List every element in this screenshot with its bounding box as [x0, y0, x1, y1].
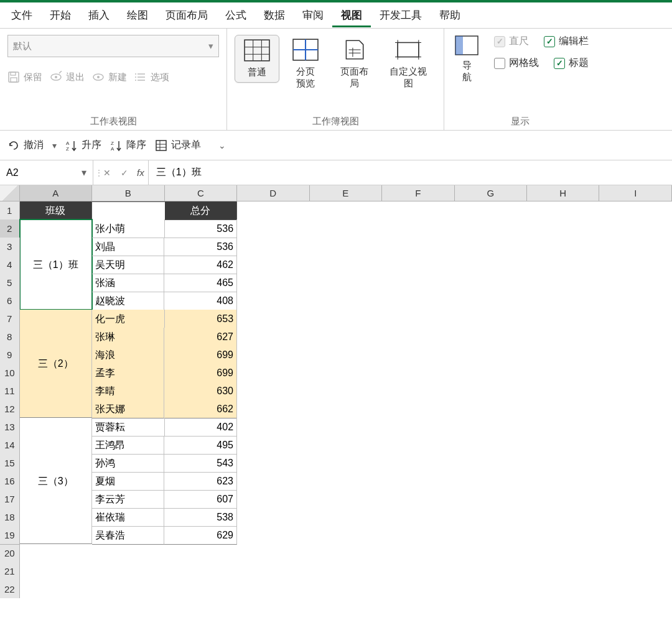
name-cell[interactable]: 张琳	[92, 328, 165, 346]
sheet-view-options-button[interactable]: 选项	[134, 71, 169, 83]
score-cell[interactable]: 653	[165, 310, 238, 328]
menu-data[interactable]: 数据	[255, 3, 294, 27]
sort-asc-button[interactable]: AZ 升序	[65, 139, 101, 152]
name-cell[interactable]: 孙鸿	[92, 454, 165, 473]
score-cell[interactable]: 662	[164, 400, 237, 418]
sheet-view-dropdown[interactable]: 默认 ▾	[7, 35, 219, 57]
row-header-15[interactable]: 15	[0, 454, 20, 473]
name-cell[interactable]: 贾蓉耘	[92, 418, 165, 437]
name-cell[interactable]: 海浪	[92, 346, 165, 364]
formula-input[interactable]: 三（1）班	[148, 160, 672, 185]
row-header-4[interactable]: 4	[0, 256, 20, 274]
name-cell[interactable]: 吴天明	[92, 256, 165, 274]
formula-cancel-button[interactable]: ✕	[98, 160, 116, 185]
menu-draw[interactable]: 绘图	[118, 3, 157, 27]
row-header-21[interactable]: 21	[0, 562, 20, 581]
score-cell[interactable]: 623	[164, 472, 237, 491]
row-header-13[interactable]: 13	[0, 418, 20, 437]
row-header-1[interactable]: 1	[0, 201, 20, 220]
score-cell[interactable]: 536	[165, 219, 238, 238]
row-header-11[interactable]: 11	[0, 382, 20, 400]
spreadsheet-grid[interactable]: ABCDEFGHI 1班级总分2三（1）班张小萌5363刘晶5364吴天明462…	[0, 185, 672, 598]
score-cell[interactable]: 538	[164, 508, 237, 527]
name-cell[interactable]: 李云芳	[92, 490, 165, 509]
name-cell[interactable]: 李晴	[92, 382, 165, 400]
menu-help[interactable]: 帮助	[431, 3, 469, 27]
check-headings[interactable]: 标题	[554, 57, 589, 70]
column-header-B[interactable]: B	[92, 185, 164, 201]
menu-view[interactable]: 视图	[332, 3, 371, 27]
name-cell[interactable]: 张小萌	[92, 219, 165, 238]
menu-home[interactable]: 开始	[41, 3, 80, 27]
score-cell[interactable]: 543	[164, 454, 237, 473]
header-class[interactable]: 班级	[20, 201, 93, 220]
row-header-20[interactable]: 20	[0, 544, 20, 563]
qat-overflow-icon[interactable]: ⌄	[210, 141, 226, 150]
name-cell[interactable]: 刘晶	[92, 238, 165, 256]
column-header-C[interactable]: C	[165, 185, 237, 201]
column-header-E[interactable]: E	[310, 185, 382, 201]
column-header-I[interactable]: I	[599, 185, 671, 201]
score-cell[interactable]: 699	[164, 346, 237, 364]
menu-review[interactable]: 审阅	[294, 3, 332, 27]
row-header-9[interactable]: 9	[0, 346, 20, 364]
score-cell[interactable]: 408	[164, 292, 237, 310]
score-cell[interactable]: 607	[164, 490, 237, 509]
score-cell[interactable]: 627	[164, 328, 237, 346]
name-cell[interactable]: 王鸿昂	[92, 436, 165, 455]
check-gridlines[interactable]: 网格线	[494, 57, 539, 70]
undo-button[interactable]: 撤消	[7, 139, 44, 152]
view-custom-button[interactable]: 自定义视图	[380, 35, 436, 93]
row-header-17[interactable]: 17	[0, 490, 20, 509]
column-header-D[interactable]: D	[237, 185, 309, 201]
name-cell[interactable]: 赵晓波	[92, 292, 165, 310]
row-header-22[interactable]: 22	[0, 580, 20, 598]
name-cell[interactable]: 化一虎	[92, 310, 165, 328]
formula-enter-button[interactable]: ✓	[116, 160, 133, 185]
score-cell[interactable]: 630	[164, 382, 237, 400]
navigation-button[interactable]: 导 航	[452, 35, 482, 83]
row-header-12[interactable]: 12	[0, 400, 20, 418]
row-header-14[interactable]: 14	[0, 436, 20, 455]
row-header-18[interactable]: 18	[0, 508, 20, 527]
row-header-7[interactable]: 7	[0, 310, 20, 328]
header-total[interactable]: 总分	[165, 201, 238, 220]
row-header-19[interactable]: 19	[0, 526, 20, 545]
menu-formulas[interactable]: 公式	[217, 3, 255, 27]
row-header-16[interactable]: 16	[0, 472, 20, 491]
column-header-G[interactable]: G	[455, 185, 527, 201]
row-header-2[interactable]: 2	[0, 219, 20, 238]
menu-insert[interactable]: 插入	[80, 3, 118, 27]
name-cell[interactable]: 吴春浩	[92, 526, 165, 545]
name-cell[interactable]: 孟李	[92, 364, 165, 382]
name-cell[interactable]: 张涵	[92, 274, 165, 292]
row-header-6[interactable]: 6	[0, 292, 20, 310]
score-cell[interactable]: 699	[164, 364, 237, 382]
fx-label[interactable]: fx	[133, 167, 148, 178]
row-header-8[interactable]: 8	[0, 328, 20, 346]
score-cell[interactable]: 465	[164, 274, 237, 292]
name-box[interactable]: A2 ▾	[0, 160, 93, 185]
sheet-view-exit-button[interactable]: 退出	[50, 71, 85, 83]
row-header-5[interactable]: 5	[0, 274, 20, 292]
row-header-3[interactable]: 3	[0, 238, 20, 256]
column-header-F[interactable]: F	[382, 185, 454, 201]
sheet-view-keep-button[interactable]: 保留	[7, 71, 42, 83]
name-cell[interactable]: 夏烟	[92, 472, 165, 491]
score-cell[interactable]: 629	[164, 526, 237, 545]
name-cell[interactable]: 张天娜	[92, 400, 165, 418]
score-cell[interactable]: 402	[165, 418, 238, 437]
score-cell[interactable]: 536	[164, 238, 237, 256]
dropdown-chevron-icon[interactable]: ▾	[52, 141, 57, 150]
name-cell[interactable]: 崔依瑞	[92, 508, 165, 527]
check-formula-bar[interactable]: 编辑栏	[544, 35, 589, 48]
view-page-break-button[interactable]: 分页 预览	[283, 35, 328, 93]
sort-desc-button[interactable]: ZA 降序	[110, 139, 146, 152]
menu-file[interactable]: 文件	[2, 3, 41, 27]
view-page-layout-button[interactable]: 页面布局	[332, 35, 376, 93]
menu-page-layout[interactable]: 页面布局	[157, 3, 217, 27]
sheet-view-new-button[interactable]: 新建	[92, 71, 127, 83]
select-all-corner[interactable]	[0, 185, 20, 201]
column-header-A[interactable]: A	[20, 185, 92, 201]
score-cell[interactable]: 462	[164, 256, 237, 274]
